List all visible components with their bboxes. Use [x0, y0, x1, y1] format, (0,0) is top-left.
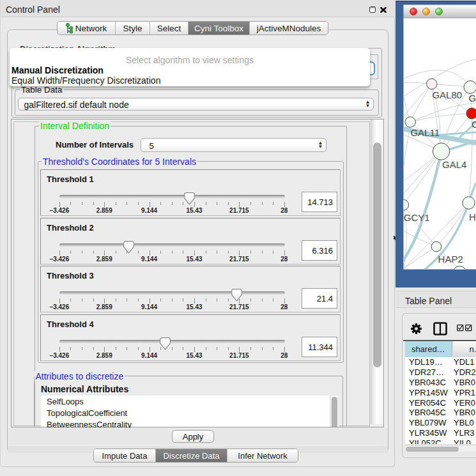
svg-text:GAL11: GAL11: [410, 127, 440, 138]
svg-text:C: C: [472, 119, 476, 130]
svg-text:GA: GA: [469, 93, 476, 104]
svg-text:GCY1: GCY1: [404, 212, 430, 223]
svg-text:GAL4: GAL4: [442, 159, 466, 170]
svg-text:HAP2: HAP2: [438, 254, 463, 265]
svg-text:GAL80: GAL80: [432, 89, 462, 100]
svg-text:HI: HI: [469, 211, 476, 222]
